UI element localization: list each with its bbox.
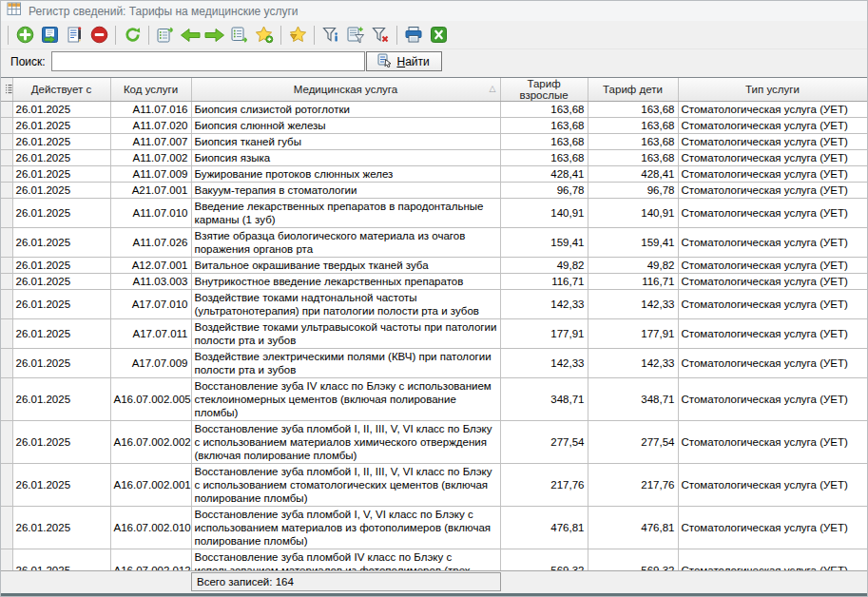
cell-type[interactable]: Стоматологическая услуга (УЕТ): [678, 421, 867, 464]
row-selector[interactable]: [1, 228, 12, 258]
table-row[interactable]: 26.01.2025A16.07.002.005Восстановление з…: [1, 378, 867, 421]
cell-adult[interactable]: 177,91: [500, 319, 588, 349]
row-selector[interactable]: [1, 258, 12, 274]
cell-code[interactable]: A11.07.009: [110, 166, 191, 183]
table-row[interactable]: 26.01.2025A16.07.002.001Восстановление з…: [1, 464, 867, 507]
table-row[interactable]: 26.01.2025A11.07.026Взятие образца биоло…: [1, 228, 867, 258]
cell-child[interactable]: 142,33: [588, 349, 678, 378]
refresh-button[interactable]: [120, 23, 145, 48]
row-selector[interactable]: [1, 290, 12, 319]
cell-type[interactable]: Стоматологическая услуга (УЕТ): [678, 378, 867, 421]
list-back-button[interactable]: [153, 23, 178, 48]
cell-type[interactable]: Стоматологическая услуга (УЕТ): [678, 349, 867, 378]
cell-child[interactable]: 348,71: [588, 378, 678, 421]
cell-code[interactable]: A16.07.002.002: [110, 421, 191, 464]
table-row[interactable]: 26.01.2025A11.07.002Биопсия языка163,681…: [1, 150, 867, 166]
row-selector[interactable]: [1, 118, 12, 134]
table-row[interactable]: 26.01.2025A11.07.016Биопсия слизистой ро…: [1, 102, 867, 118]
cell-service[interactable]: Бужирование протоков слюнных желез: [191, 166, 500, 183]
cell-adult[interactable]: 163,68: [500, 118, 588, 134]
cell-child[interactable]: 142,33: [588, 290, 678, 319]
cell-code[interactable]: A11.03.003: [110, 274, 191, 290]
cell-date[interactable]: 26.01.2025: [12, 378, 110, 421]
cell-type[interactable]: Стоматологическая услуга (УЕТ): [678, 258, 867, 274]
cell-type[interactable]: Стоматологическая услуга (УЕТ): [678, 166, 867, 183]
column-header-service[interactable]: Медицинская услуга △: [191, 78, 500, 102]
add-button[interactable]: [12, 23, 37, 48]
column-header-child[interactable]: Тариф дети: [588, 78, 678, 102]
cell-code[interactable]: A11.07.002: [110, 150, 191, 166]
cell-type[interactable]: Стоматологическая услуга (УЕТ): [678, 549, 867, 572]
cell-code[interactable]: A17.07.009: [110, 349, 191, 378]
cell-type[interactable]: Стоматологическая услуга (УЕТ): [678, 134, 867, 150]
row-selector[interactable]: [1, 274, 12, 290]
row-selector[interactable]: [1, 349, 12, 378]
table-row[interactable]: 26.01.2025A11.07.009Бужирование протоков…: [1, 166, 867, 183]
cell-child[interactable]: 277,54: [588, 421, 678, 464]
cell-code[interactable]: A16.07.002.005: [110, 378, 191, 421]
cell-adult[interactable]: 163,68: [500, 102, 588, 118]
table-row[interactable]: 26.01.2025A16.07.002.002Восстановление з…: [1, 421, 867, 464]
cell-type[interactable]: Стоматологическая услуга (УЕТ): [678, 199, 867, 228]
star-add-button[interactable]: [252, 23, 277, 48]
cell-date[interactable]: 26.01.2025: [12, 464, 110, 507]
cell-type[interactable]: Стоматологическая услуга (УЕТ): [678, 464, 867, 507]
cell-date[interactable]: 26.01.2025: [12, 166, 110, 183]
cell-child[interactable]: 159,41: [588, 228, 678, 258]
filter-custom-button[interactable]: [343, 23, 368, 48]
cell-child[interactable]: 217,76: [588, 464, 678, 507]
row-selector[interactable]: [1, 134, 12, 150]
cell-service[interactable]: Восстановление зуба IV класс по Блэку с …: [191, 378, 500, 421]
cell-service[interactable]: Введение лекарственных препаратов в паро…: [191, 199, 500, 228]
save-button[interactable]: [37, 23, 62, 48]
edit-button[interactable]: [62, 23, 87, 48]
cell-adult[interactable]: 49,82: [500, 258, 588, 274]
cell-code[interactable]: A21.07.001: [110, 183, 191, 199]
table-row[interactable]: 26.01.2025A16.07.002.010Восстановление з…: [1, 507, 867, 549]
cell-child[interactable]: 428,41: [588, 166, 678, 183]
row-selector[interactable]: [1, 183, 12, 199]
table-row[interactable]: 26.01.2025A11.07.007Биопсия тканей губы1…: [1, 134, 867, 150]
cell-type[interactable]: Стоматологическая услуга (УЕТ): [678, 228, 867, 258]
cell-service[interactable]: Восстановление зуба пломбой IV класс по …: [191, 549, 500, 572]
cell-service[interactable]: Биопсия слизистой ротоглотки: [191, 102, 500, 118]
table-row[interactable]: 26.01.2025A17.07.009Воздействие электрич…: [1, 349, 867, 378]
cell-service[interactable]: Внутрикостное введение лекарственных пре…: [191, 274, 500, 290]
row-selector[interactable]: [1, 421, 12, 464]
cell-adult[interactable]: 116,71: [500, 274, 588, 290]
filter-button[interactable]: [318, 23, 343, 48]
print-button[interactable]: [401, 23, 426, 48]
cell-date[interactable]: 26.01.2025: [12, 118, 110, 134]
row-selector[interactable]: [1, 199, 12, 228]
cell-type[interactable]: Стоматологическая услуга (УЕТ): [678, 319, 867, 349]
row-selector[interactable]: [1, 464, 12, 507]
cell-service[interactable]: Восстановление зуба пломбой I, V, VI кла…: [191, 507, 500, 549]
column-header-type[interactable]: Тип услуги: [678, 78, 867, 102]
row-selector[interactable]: [1, 166, 12, 183]
table-row[interactable]: 26.01.2025A11.07.010Введение лекарственн…: [1, 199, 867, 228]
cell-date[interactable]: 26.01.2025: [12, 290, 110, 319]
cell-adult[interactable]: 142,33: [500, 349, 588, 378]
search-input[interactable]: [51, 51, 365, 71]
cell-code[interactable]: A17.07.011: [110, 319, 191, 349]
cell-child[interactable]: 163,68: [588, 102, 678, 118]
delete-button[interactable]: [87, 23, 111, 48]
cell-code[interactable]: A16.07.002.012: [110, 549, 191, 572]
cell-date[interactable]: 26.01.2025: [12, 319, 110, 349]
table-row[interactable]: 26.01.2025A21.07.001Вакуум-терапия в сто…: [1, 183, 867, 199]
column-header-date[interactable]: Действует с: [12, 78, 110, 102]
cell-service[interactable]: Воздействие электрическими полями (КВЧ) …: [191, 349, 500, 378]
arrow-left-button[interactable]: [178, 23, 203, 48]
table-row[interactable]: 26.01.2025A11.07.020Биопсия слюнной желе…: [1, 118, 867, 134]
row-selector[interactable]: [1, 319, 12, 349]
cell-code[interactable]: A11.07.010: [110, 199, 191, 228]
table-row[interactable]: 26.01.2025A17.07.010Воздействие токами н…: [1, 290, 867, 319]
cell-date[interactable]: 26.01.2025: [12, 102, 110, 118]
table-row[interactable]: 26.01.2025A12.07.001Витальное окрашивани…: [1, 258, 867, 274]
cell-code[interactable]: A17.07.010: [110, 290, 191, 319]
cell-type[interactable]: Стоматологическая услуга (УЕТ): [678, 102, 867, 118]
star-go-button[interactable]: [285, 23, 310, 48]
cell-date[interactable]: 26.01.2025: [12, 507, 110, 549]
cell-type[interactable]: Стоматологическая услуга (УЕТ): [678, 118, 867, 134]
cell-adult[interactable]: 348,71: [500, 378, 588, 421]
